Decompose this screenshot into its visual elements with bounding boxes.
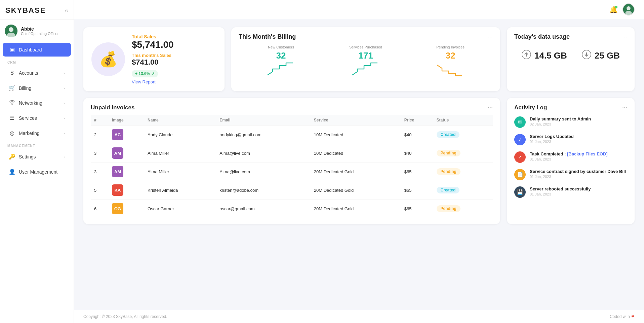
table-row: 6 OG Oscar Garner oscar@gmail.com 20M De… — [91, 200, 493, 218]
table-row: 3 AM Alma Miller Alma@live.com 10M Dedic… — [91, 144, 493, 163]
chevron-right-icon: › — [64, 155, 65, 159]
money-bag-icon: 💰 — [91, 42, 125, 76]
new-customers-value: 32 — [239, 50, 323, 61]
cell-service: 20M Dedicated Gold — [311, 200, 401, 218]
profile-info: Abbie Chief Operating Officer — [21, 26, 58, 36]
cards-row: 💰 Total Sales $5,741.00 This month's Sal… — [83, 27, 635, 91]
notification-bell[interactable]: 🔔 — [609, 5, 618, 13]
marketing-icon: ◎ — [9, 130, 15, 136]
data-usage-title: Today's data usage — [514, 33, 570, 40]
invoices-card: Unpaid Invoices ··· # Image Name Email S… — [83, 98, 500, 224]
data-usage-stats: 14.5 GB 25 GB — [514, 50, 627, 61]
sidebar-item-label: Settings — [19, 154, 36, 159]
sidebar-item-marketing[interactable]: ◎ Marketing › — [3, 126, 71, 140]
cell-email: Alma@live.com — [216, 144, 311, 163]
topbar-avatar[interactable] — [622, 3, 635, 15]
growth-badge: + 13.6% ↗ — [132, 70, 158, 77]
billing-stat-services: Services Purchased 171 — [323, 45, 408, 78]
activity-date: 01 Jan, 2023 — [530, 157, 608, 161]
management-section-label: MANAGEMENT — [0, 141, 74, 149]
sidebar-profile: Abbie Chief Operating Officer — [0, 20, 74, 42]
user-avatar: AM — [112, 166, 123, 177]
invoices-more-button[interactable]: ··· — [488, 104, 493, 111]
cell-email: kristen@adobe.com — [216, 181, 311, 200]
svg-point-6 — [625, 11, 632, 15]
cell-image: OG — [109, 200, 144, 218]
cell-num: 3 — [91, 163, 109, 181]
invoices-table: # Image Name Email Service Price Status … — [91, 115, 493, 218]
cell-email: oscar@gmail.com — [216, 200, 311, 218]
month-sales-label: This month's Sales — [132, 53, 216, 58]
svg-point-1 — [9, 27, 13, 32]
chevron-right-icon: › — [64, 101, 65, 105]
activity-title-text: Daily summary sent to Admin — [530, 116, 591, 121]
view-report-link[interactable]: View Report — [132, 79, 216, 84]
sidebar-item-dashboard[interactable]: ▣ Dashboard — [3, 43, 71, 57]
sidebar-item-user-management[interactable]: 👤 User Management — [3, 165, 71, 179]
billing-stats: New Customers 32 Services Purchased 171 — [239, 45, 493, 78]
settings-icon: 🔑 — [9, 153, 15, 160]
data-usage-more-button[interactable]: ··· — [622, 33, 627, 40]
sidebar-logo: SKYBASE « — [0, 0, 74, 20]
cell-service: 10M Dedicated — [311, 125, 401, 144]
user-avatar: AC — [112, 129, 123, 140]
cell-name: Alma Miller — [144, 163, 216, 181]
topbar: 🔔 — [74, 0, 644, 19]
accounts-icon: $ — [9, 70, 15, 76]
footer-copyright: Copyright © 2023 SkyBase, All rights res… — [83, 314, 167, 319]
activity-icon: 💾 — [514, 186, 526, 198]
cell-price: $40 — [401, 144, 433, 163]
activity-text: Service contract signed by customer Dave… — [530, 169, 626, 179]
sidebar-item-billing[interactable]: 🛒 Billing › — [3, 81, 71, 95]
cell-image: AM — [109, 163, 144, 181]
activity-header: Activity Log ··· — [514, 104, 627, 111]
cell-name: Oscar Garner — [144, 200, 216, 218]
cell-image: KA — [109, 181, 144, 200]
status-badge: Pending — [437, 205, 460, 212]
activity-more-button[interactable]: ··· — [622, 104, 627, 111]
activity-title-text: Task Completed : [Backup Files EOD] — [530, 151, 608, 156]
table-row: 2 AC Andy Claude andyking@gmail.com 10M … — [91, 125, 493, 144]
status-badge: Pending — [437, 168, 460, 175]
download-icon — [582, 50, 591, 61]
activity-text: Daily summary sent to Admin 02 Jan, 2023 — [530, 116, 591, 126]
activity-icon: ✉ — [514, 116, 526, 128]
download-value: 25 GB — [595, 50, 620, 61]
pending-invoices-label: Pending Invoices — [408, 45, 493, 49]
sidebar-item-label: Accounts — [19, 70, 38, 76]
footer: Copyright © 2023 SkyBase, All rights res… — [74, 310, 644, 323]
billing-more-button[interactable]: ··· — [488, 33, 493, 40]
dashboard-icon: ▣ — [9, 46, 15, 53]
activity-log-card: Activity Log ··· ✉ Daily summary sent to… — [507, 98, 635, 224]
dashboard-content: 💰 Total Sales $5,741.00 This month's Sal… — [74, 19, 644, 310]
data-usage-card: Today's data usage ··· 14.5 GB 25 — [507, 27, 635, 91]
status-badge: Pending — [437, 150, 460, 156]
sidebar-item-settings[interactable]: 🔑 Settings › — [3, 150, 71, 164]
highlight-text: [Backup Files EOD] — [567, 151, 608, 156]
data-usage-header: Today's data usage ··· — [514, 33, 627, 40]
activity-item: 💾 Server rebooted successfully 01 Jan, 2… — [514, 186, 627, 198]
col-image: Image — [109, 115, 144, 125]
billing-stat-new-customers: New Customers 32 — [239, 45, 323, 78]
chevron-right-icon: › — [64, 86, 65, 90]
activity-date: 01 Jan, 2023 — [530, 175, 626, 179]
cell-email: Alma@live.com — [216, 163, 311, 181]
collapse-button[interactable]: « — [65, 7, 68, 14]
sidebar-item-accounts[interactable]: $ Accounts › — [3, 66, 71, 80]
table-row: 5 KA Kristen Almeida kristen@adobe.com 2… — [91, 181, 493, 200]
cell-price: $65 — [401, 200, 433, 218]
cell-price: $65 — [401, 181, 433, 200]
upload-icon — [522, 50, 531, 61]
total-sales-label: Total Sales — [132, 34, 216, 39]
cell-email: andyking@gmail.com — [216, 125, 311, 144]
billing-card: This Month's Billing ··· New Customers 3… — [231, 27, 500, 91]
status-badge: Created — [437, 187, 460, 193]
profile-role: Chief Operating Officer — [21, 32, 58, 36]
sidebar-item-services[interactable]: ☰ Services › — [3, 111, 71, 125]
table-row: 3 AM Alma Miller Alma@live.com 20M Dedic… — [91, 163, 493, 181]
cell-status: Created — [433, 181, 493, 200]
user-management-icon: 👤 — [9, 169, 15, 175]
col-service: Service — [311, 115, 401, 125]
cell-status: Pending — [433, 200, 493, 218]
sidebar-item-networking[interactable]: Networking › — [3, 96, 71, 110]
